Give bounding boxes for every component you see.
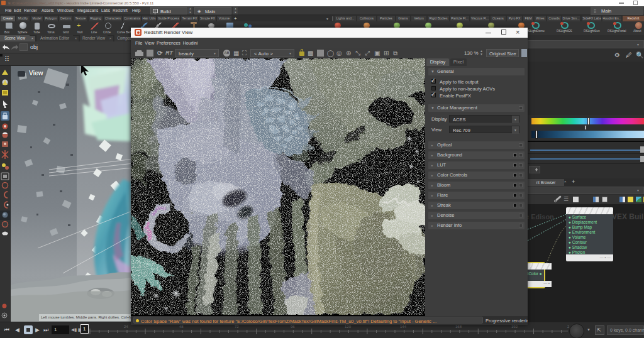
svg-text:168: 168 <box>455 325 462 329</box>
svg-text:144: 144 <box>400 325 407 329</box>
svg-text:96: 96 <box>291 325 295 329</box>
svg-text:72: 72 <box>235 325 239 329</box>
svg-text:192: 192 <box>511 325 518 329</box>
svg-text:120: 120 <box>345 325 352 329</box>
svg-text:24: 24 <box>124 325 128 329</box>
svg-text:216: 216 <box>567 325 569 329</box>
svg-text:48: 48 <box>179 325 184 329</box>
